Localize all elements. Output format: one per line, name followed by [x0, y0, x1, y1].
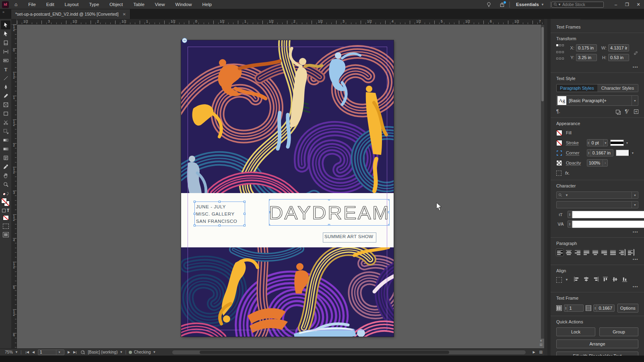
align-bottom-icon[interactable]: [622, 276, 628, 283]
selection-handle[interactable]: [328, 199, 330, 200]
close-tab-icon[interactable]: ✕: [122, 12, 126, 16]
opacity-label[interactable]: Opacity: [566, 160, 587, 165]
justify-left-icon[interactable]: [583, 249, 590, 256]
chevron-down-icon[interactable]: ▼: [632, 96, 638, 105]
text-frame-subtitle[interactable]: SUMMER ART SHOW: [323, 232, 376, 243]
selection-handle[interactable]: [388, 199, 390, 200]
formatting-affects-text-icon[interactable]: T: [7, 208, 9, 213]
linked-graphic-badge[interactable]: ∞: [182, 38, 187, 43]
character-more-options[interactable]: •••: [556, 230, 638, 234]
swap-fill-stroke-icon[interactable]: ⤸: [7, 192, 9, 196]
tool-eyedropper[interactable]: [1, 162, 10, 171]
selection-handle[interactable]: [388, 211, 390, 213]
vertical-scrollbar[interactable]: [541, 25, 544, 339]
fill-color-swatch[interactable]: [556, 130, 562, 136]
group-button[interactable]: Group: [599, 327, 638, 336]
menu-type[interactable]: Type: [89, 2, 99, 7]
tool-gradient-feather[interactable]: [1, 144, 10, 153]
chevron-down-icon[interactable]: ▼: [153, 350, 156, 354]
menu-table[interactable]: Table: [133, 2, 144, 7]
tool-gap[interactable]: [1, 47, 10, 56]
first-page-button[interactable]: |◀: [26, 350, 29, 354]
workspace-switcher[interactable]: Essentials▼: [516, 2, 544, 7]
close-button[interactable]: ✕: [633, 2, 644, 7]
tool-direct-selection[interactable]: [1, 29, 10, 38]
align-center-h-icon[interactable]: [583, 276, 589, 283]
object-states-icon[interactable]: [556, 171, 561, 176]
tool-zoom[interactable]: [1, 180, 10, 189]
tool-frame[interactable]: [1, 100, 10, 109]
tool-hand[interactable]: [1, 171, 10, 180]
corner-radius-field[interactable]: [591, 150, 613, 155]
font-style-dropdown[interactable]: ▼: [556, 201, 638, 208]
character-styles-tab[interactable]: Character Styles: [597, 84, 638, 92]
away-spine-icon[interactable]: [627, 249, 634, 256]
split-view-icon[interactable]: ⊞: [539, 343, 543, 347]
home-icon[interactable]: ⌂: [14, 2, 17, 7]
next-page-button[interactable]: ▶: [68, 350, 70, 354]
selection-handle[interactable]: [244, 213, 246, 215]
indesign-logo[interactable]: Id: [2, 1, 9, 8]
stroke-label[interactable]: Stroke: [566, 140, 587, 145]
page-number-field[interactable]: ▼: [38, 350, 64, 355]
selection-handle[interactable]: [388, 224, 390, 226]
text-frame-title[interactable]: DAYDREAM: [269, 199, 390, 226]
align-more-options[interactable]: •••: [556, 285, 638, 289]
formatting-affects-container-icon[interactable]: [2, 209, 6, 212]
edit-style-icon[interactable]: ¶⁄: [625, 109, 628, 114]
scroll-right-icon[interactable]: ▶: [533, 350, 535, 354]
tool-note[interactable]: [1, 153, 10, 162]
menu-window[interactable]: Window: [175, 2, 192, 7]
selection-handle[interactable]: [269, 211, 270, 213]
ruler-origin-corner[interactable]: [11, 19, 17, 25]
stroke-type-swatch[interactable]: [610, 140, 624, 146]
align-right-icon[interactable]: [574, 249, 581, 256]
fill-swatch[interactable]: [1, 198, 7, 204]
opacity-icon[interactable]: [556, 160, 562, 166]
preflight-preset[interactable]: [Basic] (working): [88, 350, 118, 354]
text-frame-options-button[interactable]: Options: [617, 304, 638, 313]
last-page-button[interactable]: ▶|: [73, 350, 76, 354]
paragraph-mark-icon[interactable]: ¶.: [556, 109, 560, 114]
align-right-icon[interactable]: [593, 276, 599, 283]
vertical-scroll-thumb[interactable]: [541, 27, 544, 101]
selection-handle[interactable]: [244, 201, 246, 203]
learn-bulb-icon[interactable]: [486, 2, 491, 7]
tool-selection[interactable]: [1, 21, 10, 29]
toward-spine-icon[interactable]: [618, 249, 625, 256]
font-family-dropdown[interactable]: ▼ ▼: [556, 191, 638, 199]
paragraph-style-dropdown[interactable]: Ag [Basic Paragraph]+ ▼: [556, 95, 638, 106]
gutter-field[interactable]: [597, 306, 614, 311]
x-position-field[interactable]: [576, 45, 597, 50]
selection-handle[interactable]: [328, 224, 330, 226]
selection-handle[interactable]: [194, 213, 196, 215]
align-top-icon[interactable]: [603, 276, 609, 283]
default-swatches-icon[interactable]: ⤸: [3, 192, 9, 196]
stroke-weight-field[interactable]: [590, 140, 603, 145]
document-viewport[interactable]: ∞: [17, 25, 544, 348]
chevron-down-icon[interactable]: ▼: [632, 192, 638, 198]
scroll-down-icon[interactable]: ▾: [540, 339, 542, 343]
share-icon[interactable]: [500, 2, 505, 7]
corner-options-icon[interactable]: [556, 150, 562, 156]
tool-scissors[interactable]: [1, 118, 10, 127]
toolbar-expand-icon[interactable]: »: [0, 9, 11, 19]
search-input[interactable]: [562, 2, 599, 7]
menu-help[interactable]: Help: [202, 2, 212, 7]
lock-button[interactable]: Lock: [556, 327, 595, 336]
selection-handle[interactable]: [219, 201, 221, 203]
width-field[interactable]: [609, 45, 629, 50]
horizontal-scroll-thumb[interactable]: [200, 351, 449, 354]
stroke-color-swatch[interactable]: [556, 140, 562, 146]
chevron-down-icon[interactable]: ▼: [603, 140, 607, 146]
justify-center-icon[interactable]: [592, 249, 599, 256]
tool-line[interactable]: [1, 74, 10, 82]
reference-point-grid[interactable]: [556, 44, 564, 64]
kerning-field[interactable]: [572, 220, 644, 228]
selection-handle[interactable]: [269, 224, 270, 226]
align-left-icon[interactable]: [556, 249, 564, 256]
opacity-field[interactable]: [587, 160, 603, 165]
selection-handle[interactable]: [194, 224, 196, 226]
corner-shape-swatch[interactable]: [616, 150, 630, 156]
chevron-down-icon[interactable]: ▼: [56, 350, 62, 355]
